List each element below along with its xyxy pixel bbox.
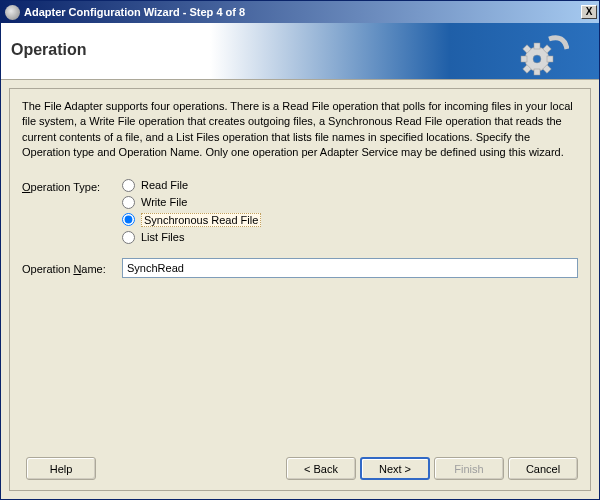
operation-name-input[interactable] [122,258,578,278]
operation-type-group: Read File Write File Synchronous Read Fi… [122,179,261,244]
radio-list-files-input[interactable] [122,231,135,244]
svg-rect-5 [547,56,553,62]
inner-panel: The File Adapter supports four operation… [9,88,591,491]
radio-sync-read-file-label: Synchronous Read File [141,213,261,227]
operation-name-label: Operation Name: [22,260,122,275]
radio-read-file-label: Read File [141,179,188,191]
page-title: Operation [11,41,87,59]
header-banner: Operation [1,23,599,80]
svg-rect-3 [534,69,540,75]
operation-type-row: Operation Type: Read File Write File Syn… [22,179,578,244]
description-text: The File Adapter supports four operation… [22,99,578,161]
wizard-window: Adapter Configuration Wizard - Step 4 of… [0,0,600,500]
next-button[interactable]: Next > [360,457,430,480]
operation-name-row: Operation Name: [22,258,578,278]
svg-rect-4 [521,56,527,62]
operation-type-label: Operation Type: [22,179,122,193]
radio-write-file-input[interactable] [122,196,135,209]
cancel-button[interactable]: Cancel [508,457,578,480]
radio-read-file-input[interactable] [122,179,135,192]
svg-point-1 [533,55,541,63]
window-title: Adapter Configuration Wizard - Step 4 of… [24,6,581,18]
radio-write-file[interactable]: Write File [122,196,261,209]
app-icon [5,5,20,20]
radio-write-file-label: Write File [141,196,187,208]
back-button[interactable]: < Back [286,457,356,480]
titlebar: Adapter Configuration Wizard - Step 4 of… [1,1,599,23]
content-area: The File Adapter supports four operation… [1,80,599,499]
button-bar: Help < Back Next > Finish Cancel [22,457,578,480]
finish-button[interactable]: Finish [434,457,504,480]
radio-list-files[interactable]: List Files [122,231,261,244]
gear-icon [519,29,569,79]
radio-sync-read-file[interactable]: Synchronous Read File [122,213,261,227]
radio-sync-read-file-input[interactable] [122,213,135,226]
svg-rect-2 [534,43,540,49]
close-button[interactable]: X [581,5,597,19]
radio-read-file[interactable]: Read File [122,179,261,192]
help-button[interactable]: Help [26,457,96,480]
radio-list-files-label: List Files [141,231,184,243]
